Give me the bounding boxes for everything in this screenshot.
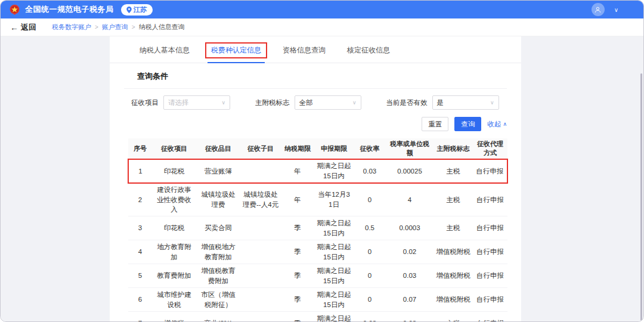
table-cell: 印花税 xyxy=(152,159,196,183)
table-cell: 期满之日起15日内 xyxy=(314,240,354,264)
select-value: 请选择 xyxy=(168,98,189,107)
table-cell: 4 xyxy=(386,183,434,216)
breadcrumb-separator: > xyxy=(132,24,135,30)
column-header: 序号 xyxy=(128,138,152,159)
table-cell: 年 xyxy=(281,159,314,183)
table-cell: 0.5 xyxy=(354,216,386,240)
breadcrumb-item[interactable]: 税务数字账户 xyxy=(52,23,91,32)
location-badge[interactable]: 江苏 xyxy=(121,4,153,16)
filter-row: 征收项目请选择∨主附税标志全部∨当前是否有效是∨ xyxy=(110,89,521,110)
app-title: 全国统一规范电子税务局 xyxy=(25,4,114,15)
table-cell xyxy=(240,312,281,322)
filter-select[interactable]: 全部∨ xyxy=(295,95,361,110)
column-header: 征收项目 xyxy=(152,138,196,159)
table-cell: 0 xyxy=(354,264,386,288)
column-header: 征收代理方式 xyxy=(473,138,507,159)
table-cell: 0 xyxy=(354,183,386,216)
table-cell: 季 xyxy=(281,240,314,264)
table-cell: 城市维护建设税 xyxy=(152,288,196,312)
breadcrumb-item: 纳税人信息查询 xyxy=(139,23,185,32)
table-cell: 建设行政事业性收费收入 xyxy=(152,183,196,216)
tab-item[interactable]: 纳税人基本信息 xyxy=(134,42,196,63)
table-cell: 主税 xyxy=(434,216,473,240)
table-cell: 自行申报 xyxy=(473,240,507,264)
breadcrumb-bar: ← 返回 税务数字账户>账户查询>纳税人信息查询 xyxy=(1,18,643,36)
account-dropdown-caret-icon[interactable]: ∨ xyxy=(614,7,618,13)
topbar-right-group: ∨ xyxy=(592,3,635,16)
filter-label: 征收项目 xyxy=(131,98,159,107)
table-cell: 教育费附加 xyxy=(152,264,196,288)
select-value: 全部 xyxy=(299,98,313,107)
table-cell xyxy=(240,264,281,288)
filter-group: 主附税标志全部∨ xyxy=(255,95,361,110)
table-cell: 季 xyxy=(281,216,314,240)
action-row: 重置 查询 收起 ∧ xyxy=(110,110,521,136)
tab-label: 纳税人基本信息 xyxy=(134,42,196,58)
table-row: 5教育费附加增值税教育费附加季期满之日起15日内00.03增值税附税自行申报 xyxy=(128,264,507,288)
chevron-down-icon: ∨ xyxy=(490,100,494,106)
column-header: 征收子目 xyxy=(240,138,281,159)
table-cell: 期满之日起15日内 xyxy=(314,264,354,288)
breadcrumb: 税务数字账户>账户查询>纳税人信息查询 xyxy=(52,23,185,32)
chevron-down-icon: ∨ xyxy=(352,100,357,106)
filter-select[interactable]: 是∨ xyxy=(432,95,499,110)
table-cell: 增值税 xyxy=(152,312,196,322)
column-header: 税率或单位税额 xyxy=(386,138,434,159)
tab-item[interactable]: 核定征收信息 xyxy=(341,42,396,63)
location-badge-label: 江苏 xyxy=(134,5,147,14)
table-row: 2建设行政事业性收费收入城镇垃圾处理费城镇垃圾处理费--人4元年当年12月31日… xyxy=(128,183,507,216)
tab-bar: 纳税人基本信息税费种认定信息资格信息查询核定征收信息 xyxy=(110,36,521,63)
table-cell: 自行申报 xyxy=(473,159,507,183)
table-cell: 买卖合同 xyxy=(196,216,240,240)
table-row: 4地方教育附加增值税地方教育附加季期满之日起15日内00.02增值税附税自行申报 xyxy=(128,240,507,264)
table-cell: 印花税 xyxy=(152,216,196,240)
top-header-bar: 全国统一规范电子税务局 江苏 ∨ xyxy=(1,1,643,18)
table-cell: 城镇垃圾处理费--人4元 xyxy=(240,183,281,216)
table-cell: 2 xyxy=(128,183,152,216)
collapse-link[interactable]: 收起 ∧ xyxy=(487,120,507,129)
table-header-row: 序号征收项目征收品目征收子目纳税期限申报期限征收率税率或单位税额主附税标志征收代… xyxy=(128,138,507,159)
tab-active[interactable]: 税费种认定信息 xyxy=(205,42,267,63)
table-cell: 当年12月31日 xyxy=(314,183,354,216)
table-cell: 主税 xyxy=(434,183,473,216)
table-cell: 增值税教育费附加 xyxy=(196,264,240,288)
table-cell: 期满之日起15日内 xyxy=(314,159,354,183)
back-arrow-icon: ← xyxy=(10,23,18,32)
table-cell: 主税 xyxy=(434,159,473,183)
table-cell: 主税 xyxy=(434,312,473,322)
tax-bureau-emblem-logo xyxy=(9,4,20,16)
table-cell: 季 xyxy=(281,312,314,322)
user-avatar[interactable] xyxy=(592,3,605,16)
table-cell: 5 xyxy=(128,264,152,288)
query-conditions-title: 查询条件 xyxy=(137,71,521,82)
person-icon xyxy=(594,6,602,14)
page-content: 纳税人基本信息税费种认定信息资格信息查询核定征收信息 查询条件 征收项目请选择∨… xyxy=(1,36,643,322)
filter-select[interactable]: 请选择∨ xyxy=(163,95,230,110)
table-cell: 0.03 xyxy=(386,264,434,288)
vertical-scrollbar[interactable] xyxy=(640,73,642,321)
tab-item[interactable]: 资格信息查询 xyxy=(277,42,332,63)
table-row: 6城市维护建设税市区（增值税附征）季期满之日起15日内00.07增值税附税自行申… xyxy=(128,288,507,312)
table-cell: 季 xyxy=(281,264,314,288)
chevron-down-icon: ∨ xyxy=(221,100,225,106)
back-button[interactable]: ← 返回 xyxy=(10,22,36,33)
table-cell: 0.02 xyxy=(386,240,434,264)
column-header: 申报期限 xyxy=(314,138,354,159)
collapse-label: 收起 xyxy=(487,120,501,129)
breadcrumb-item[interactable]: 账户查询 xyxy=(102,23,128,32)
table-body: 1印花税营业账簿年期满之日起15日内0.030.00025主税自行申报2建设行政… xyxy=(128,159,507,322)
table-cell: 商业(3%) xyxy=(196,312,240,322)
table-cell: 增值税附税 xyxy=(434,240,473,264)
table-cell: 地方教育附加 xyxy=(152,240,196,264)
column-header: 主附税标志 xyxy=(434,138,473,159)
location-pin-icon xyxy=(126,7,132,13)
table-cell: 6 xyxy=(128,288,152,312)
table-cell: 0.03 xyxy=(386,312,434,322)
table-cell: 0.07 xyxy=(386,288,434,312)
table-cell: 0.00025 xyxy=(386,159,434,183)
column-header: 纳税期限 xyxy=(281,138,314,159)
reset-button[interactable]: 重置 xyxy=(422,117,448,131)
search-button[interactable]: 查询 xyxy=(454,117,481,131)
table-cell: 期满之日起15日内 xyxy=(314,216,354,240)
table-cell xyxy=(240,240,281,264)
